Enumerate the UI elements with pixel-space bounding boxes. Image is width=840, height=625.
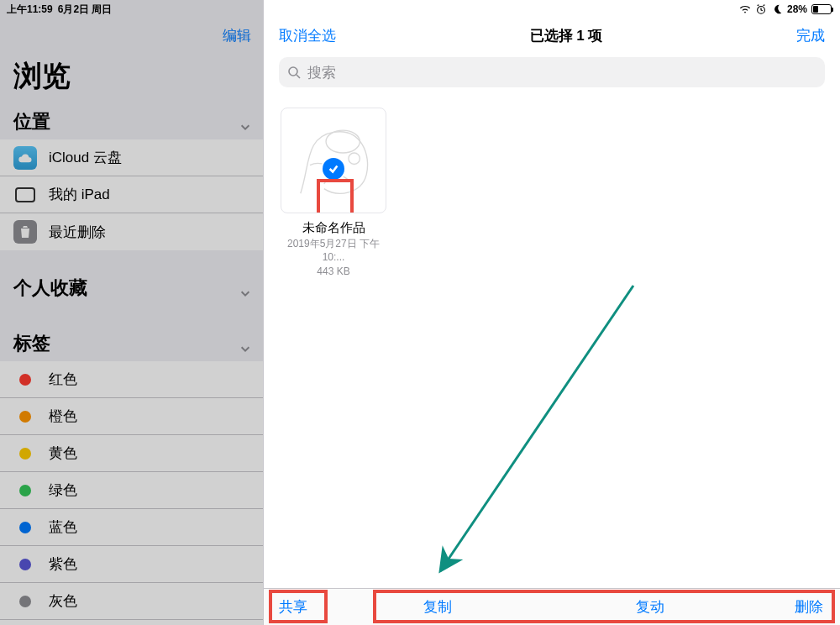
sidebar-item-ipad[interactable]: 我的 iPad — [0, 176, 263, 213]
tag-item[interactable]: 橙色 — [0, 398, 263, 435]
status-date: 6月2日 周日 — [58, 3, 113, 17]
file-grid: 未命名作品 2019年5月27日 下午10:... 443 KB — [264, 96, 840, 588]
annotation-highlight-checkmark — [317, 179, 354, 213]
annotation-highlight-share — [269, 590, 328, 623]
tag-label: 橙色 — [49, 407, 77, 426]
chevron-down-icon — [239, 282, 251, 294]
tag-color-dot — [19, 448, 31, 460]
done-button[interactable]: 完成 — [796, 26, 825, 45]
tag-label: 灰色 — [49, 591, 77, 611]
selection-title: 已选择 1 项 — [530, 26, 603, 45]
main-pane: 28% 取消全选 已选择 1 项 完成 搜索 未命名作品 2019年5月27日 … — [264, 0, 840, 625]
section-locations-label: 位置 — [13, 109, 50, 134]
bottom-toolbar: 共享 复制 复﻿动 删除 — [264, 588, 840, 625]
section-locations[interactable]: 位置 — [0, 104, 263, 139]
svg-point-4 — [349, 153, 360, 164]
edit-button[interactable]: 编辑 — [223, 26, 251, 45]
status-bar-right: 28% — [739, 2, 832, 17]
wifi-icon — [739, 3, 751, 15]
sidebar-title: 浏览 — [0, 54, 263, 104]
file-size: 443 KB — [317, 265, 349, 279]
search-placeholder: 搜索 — [307, 63, 336, 82]
section-favorites[interactable]: 个人收藏 — [0, 270, 263, 306]
annotation-highlight-actions — [373, 590, 835, 623]
section-tags-label: 标签 — [13, 331, 50, 356]
status-bar-left: 上午11:59 6月2日 周日 — [0, 0, 263, 17]
file-item[interactable]: 未命名作品 2019年5月27日 下午10:... 443 KB — [279, 108, 388, 279]
tag-label: 黄色 — [49, 444, 77, 463]
alarm-icon — [755, 3, 767, 15]
chevron-down-icon — [239, 338, 251, 349]
tag-item[interactable]: 工作 — [0, 620, 263, 625]
trash-icon — [13, 220, 37, 244]
file-name: 未命名作品 — [302, 220, 365, 236]
tag-color-dot — [19, 596, 31, 607]
section-favorites-label: 个人收藏 — [13, 276, 87, 301]
tag-color-dot — [19, 374, 31, 386]
tag-label: 红色 — [49, 370, 77, 389]
sidebar-item-icloud[interactable]: iCloud 云盘 — [0, 139, 263, 176]
selected-check-icon — [323, 158, 344, 180]
svg-line-2 — [297, 75, 300, 78]
dnd-icon — [771, 3, 783, 15]
chevron-down-icon — [239, 116, 251, 128]
tag-color-dot — [19, 411, 31, 423]
sidebar-item-trash[interactable]: 最近删除 — [0, 213, 263, 250]
file-thumbnail[interactable] — [281, 108, 386, 213]
tag-item[interactable]: 蓝色 — [0, 509, 263, 546]
svg-point-3 — [326, 130, 360, 153]
tag-item[interactable]: 绿色 — [0, 472, 263, 509]
tag-item[interactable]: 红色 — [0, 361, 263, 398]
tag-item[interactable]: 灰色 — [0, 583, 263, 620]
ipad-icon — [13, 183, 37, 207]
battery-percent: 28% — [787, 3, 807, 15]
svg-point-1 — [289, 67, 297, 76]
tag-color-dot — [19, 559, 31, 570]
tag-label: 蓝色 — [49, 517, 77, 537]
selection-nav-bar: 取消全选 已选择 1 项 完成 — [264, 17, 840, 54]
battery-icon — [811, 4, 832, 14]
tag-label: 绿色 — [49, 481, 77, 500]
tag-color-dot — [19, 485, 31, 496]
sidebar-nav: 编辑 — [0, 17, 263, 54]
file-date: 2019年5月27日 下午10:... — [279, 238, 388, 264]
deselect-all-button[interactable]: 取消全选 — [279, 26, 336, 45]
search-icon — [287, 66, 301, 79]
section-tags[interactable]: 标签 — [0, 326, 263, 361]
tag-label: 紫色 — [49, 554, 77, 574]
tag-item[interactable]: 黄色 — [0, 435, 263, 472]
cloud-icon — [13, 146, 37, 170]
tag-color-dot — [19, 522, 31, 533]
status-time: 上午11:59 — [7, 3, 53, 17]
tag-item[interactable]: 紫色 — [0, 546, 263, 583]
sidebar-item-label: 最近删除 — [49, 223, 106, 242]
browse-sidebar: 上午11:59 6月2日 周日 编辑 浏览 位置 iCloud 云盘 我的 iP… — [0, 0, 264, 625]
sidebar-item-label: 我的 iPad — [49, 185, 110, 204]
search-field[interactable]: 搜索 — [279, 57, 825, 87]
sidebar-item-label: iCloud 云盘 — [49, 148, 122, 167]
